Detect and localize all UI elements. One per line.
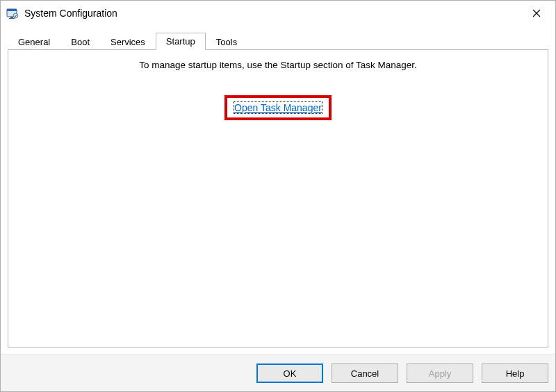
open-task-manager-container: Open Task Manager [15, 95, 541, 120]
ok-button[interactable]: OK [256, 364, 323, 383]
msconfig-icon [6, 7, 19, 19]
close-button[interactable] [521, 2, 553, 24]
dialog-button-bar: OK Cancel Apply Help [1, 354, 555, 391]
cancel-button[interactable]: Cancel [332, 364, 398, 383]
window-title: System Configuration [24, 8, 521, 19]
open-task-manager-link[interactable]: Open Task Manager [234, 102, 322, 113]
system-configuration-window: System Configuration General Boot Servic… [0, 0, 556, 392]
tab-startup[interactable]: Startup [156, 33, 206, 50]
annotation-highlight: Open Task Manager [224, 95, 332, 120]
client-area: General Boot Services Startup Tools To m… [1, 26, 555, 354]
titlebar: System Configuration [1, 1, 555, 26]
startup-instruction-text: To manage startup items, use the Startup… [15, 60, 541, 70]
tab-services[interactable]: Services [100, 33, 156, 50]
tab-boot[interactable]: Boot [60, 33, 100, 50]
help-button[interactable]: Help [482, 364, 548, 383]
svg-rect-3 [9, 18, 15, 19]
svg-rect-2 [10, 17, 13, 18]
tab-general[interactable]: General [8, 33, 60, 50]
tab-strip: General Boot Services Startup Tools [8, 31, 548, 49]
svg-rect-1 [7, 9, 17, 11]
startup-tab-panel: To manage startup items, use the Startup… [8, 49, 548, 348]
apply-button[interactable]: Apply [407, 364, 473, 383]
tab-tools[interactable]: Tools [206, 33, 247, 50]
close-icon [532, 9, 541, 17]
